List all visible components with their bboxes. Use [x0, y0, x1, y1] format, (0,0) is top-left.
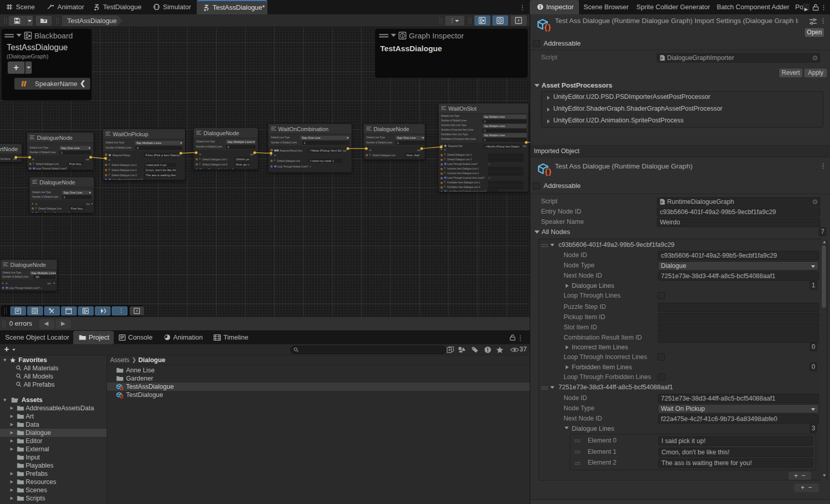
- svg-text:#: #: [661, 56, 663, 60]
- svg-text:#: #: [661, 200, 663, 204]
